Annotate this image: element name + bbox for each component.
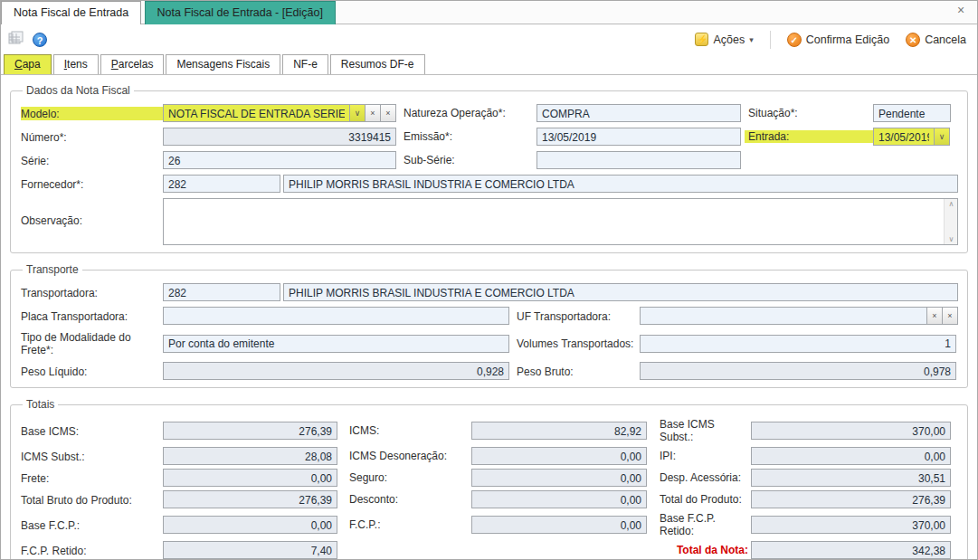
totais-row: F.C.P. Retido: Total da Nota: <box>21 541 960 559</box>
cancela-label: Cancela <box>925 33 966 46</box>
seguro-input[interactable] <box>471 469 647 487</box>
tab-resumos-dfe[interactable]: Resumos DF-e <box>330 54 425 74</box>
tab-parcelas[interactable]: Parcelas <box>100 54 165 74</box>
close-icon[interactable]: × <box>954 4 968 18</box>
transportadora-code-input[interactable] <box>163 283 280 301</box>
window-tab-nota-fiscal[interactable]: Nota Fiscal de Entrada <box>1 1 141 24</box>
modelo-label: Modelo: <box>21 107 163 120</box>
peso-bruto-input[interactable] <box>640 362 956 380</box>
total-produto-input[interactable] <box>751 490 951 508</box>
transportadora-label: Transportadora: <box>21 286 163 299</box>
base-icms-input[interactable] <box>163 422 337 440</box>
icms-subst-input[interactable] <box>163 447 337 465</box>
uf-clear2-icon[interactable]: × <box>943 307 958 325</box>
numero-input[interactable] <box>163 128 396 146</box>
page-tab-strip: Capa Itens Parcelas Mensagens Fiscais NF… <box>1 54 977 75</box>
base-fcp-label: Base F.C.P.: <box>21 518 163 532</box>
icms-subst-label: ICMS Subst.: <box>21 450 163 463</box>
modelo-input[interactable] <box>163 104 350 122</box>
serie-input[interactable] <box>163 151 396 169</box>
icms-desoneracao-input[interactable] <box>471 447 647 465</box>
entrada-dropdown-icon[interactable]: ∨ <box>935 128 950 146</box>
confirma-label: Confirma Edição <box>806 33 889 46</box>
peso-liquido-input[interactable] <box>163 362 509 380</box>
tipo-modalidade-frete-input[interactable] <box>163 335 509 353</box>
fornecedor-label: Fornecedor*: <box>21 177 163 191</box>
numero-label: Número*: <box>21 130 163 144</box>
entrada-label: Entrada: <box>745 130 873 143</box>
transporte-group: Transporte Transportadora: Placa Transpo… <box>10 263 968 388</box>
base-icms-subst-input[interactable] <box>751 422 951 440</box>
modelo-dropdown-icon[interactable]: ∨ <box>350 104 366 122</box>
base-fcp-input[interactable] <box>163 516 337 534</box>
serie-label: Série: <box>21 154 163 167</box>
fcp-retido-label: F.C.P. Retido: <box>21 544 163 557</box>
base-icms-subst-label: Base ICMS Subst.: <box>654 418 751 443</box>
tab-nfe[interactable]: NF-e <box>282 54 328 74</box>
cancela-button[interactable]: ✕ Cancela <box>902 31 970 49</box>
fcp-retido-input[interactable] <box>163 541 337 559</box>
chevron-down-icon: ▾ <box>749 35 754 44</box>
dados-nota-fiscal-group: Dados da Nota Fiscal Modelo: ∨ × × Natur… <box>10 84 968 253</box>
situacao-input[interactable] <box>873 104 951 122</box>
scroll-up-icon[interactable]: ∧ <box>945 200 958 208</box>
confirma-edicao-button[interactable]: ✓ Confirma Edição <box>783 31 893 49</box>
placa-transportadora-label: Placa Transportadora: <box>21 309 163 323</box>
actions-database-icon: ⚡ <box>695 33 708 46</box>
application-window: Nota Fiscal de Entrada Nota Fiscal de En… <box>0 0 978 560</box>
fornecedor-name-input[interactable] <box>283 175 958 193</box>
uf-transportadora-label: UF Transportadora: <box>513 309 640 323</box>
modelo-clear-icon[interactable]: × <box>366 104 381 122</box>
ipi-input[interactable] <box>751 447 951 465</box>
desp-acessoria-label: Desp. Acessória: <box>654 471 751 484</box>
help-icon[interactable]: ? <box>33 33 47 47</box>
base-fcp-retido-input[interactable] <box>751 516 951 534</box>
tab-capa[interactable]: Capa <box>4 54 52 74</box>
desconto-label: Desconto: <box>346 493 471 506</box>
uf-transportadora-input[interactable] <box>640 307 927 325</box>
icms-label: ICMS: <box>346 424 471 437</box>
observacao-scrollbar[interactable]: ∧ ∨ <box>944 199 957 244</box>
peso-liquido-label: Peso Líquido: <box>21 365 163 378</box>
acoes-label: Ações <box>713 33 745 46</box>
scroll-down-icon[interactable]: ∨ <box>945 235 958 243</box>
desconto-input[interactable] <box>471 490 647 508</box>
volumes-transportados-input[interactable] <box>640 335 956 353</box>
fornecedor-code-input[interactable] <box>163 175 280 193</box>
acoes-button[interactable]: ⚡ Ações ▾ <box>691 31 756 48</box>
total-da-nota-label: Total da Nota: <box>654 544 751 556</box>
subserie-input[interactable] <box>536 151 741 169</box>
fcp-input[interactable] <box>471 516 647 534</box>
transportadora-name-input[interactable] <box>283 283 958 301</box>
icms-desoneracao-label: ICMS Desoneração: <box>346 450 471 462</box>
tab-mensagens-fiscais[interactable]: Mensagens Fiscais <box>166 54 280 74</box>
emissao-input[interactable] <box>536 128 741 146</box>
totais-row: ICMS Subst.: ICMS Desoneração: IPI: <box>21 447 960 465</box>
toolbar-separator <box>770 31 771 49</box>
frete-label: Frete: <box>21 471 163 485</box>
window-tab-nota-fiscal-edicao[interactable]: Nota Fiscal de Entrada - [Edição] <box>145 1 336 24</box>
entrada-input[interactable] <box>873 128 935 146</box>
ipi-label: IPI: <box>654 450 751 462</box>
transporte-legend: Transporte <box>23 263 82 276</box>
base-fcp-retido-label: Base F.C.P. Retido: <box>654 512 751 537</box>
uf-clear-icon[interactable]: × <box>927 307 943 325</box>
observacao-label: Observação: <box>21 198 163 227</box>
frete-input[interactable] <box>163 469 337 487</box>
placa-transportadora-input[interactable] <box>163 307 509 325</box>
desp-acessoria-input[interactable] <box>751 469 951 487</box>
window-tab-strip: Nota Fiscal de Entrada Nota Fiscal de En… <box>1 1 977 24</box>
observacao-textarea[interactable] <box>163 198 958 245</box>
print-icon[interactable] <box>8 31 24 48</box>
total-bruto-produto-input[interactable] <box>163 490 337 508</box>
subserie-label: Sub-Série: <box>400 154 536 166</box>
tipo-modalidade-frete-label: Tipo de Modalidade do Frete*: <box>21 330 163 356</box>
capa-page: Dados da Nota Fiscal Modelo: ∨ × × Natur… <box>1 75 977 560</box>
modelo-clear2-icon[interactable]: × <box>381 104 396 122</box>
tab-itens[interactable]: Itens <box>53 54 99 74</box>
icms-input[interactable] <box>471 422 647 440</box>
natureza-operacao-input[interactable] <box>536 104 741 122</box>
total-da-nota-input[interactable] <box>751 541 951 559</box>
totais-row: Total Bruto do Produto: Desconto: Total … <box>21 490 960 508</box>
dados-nota-fiscal-legend: Dados da Nota Fiscal <box>23 84 134 97</box>
